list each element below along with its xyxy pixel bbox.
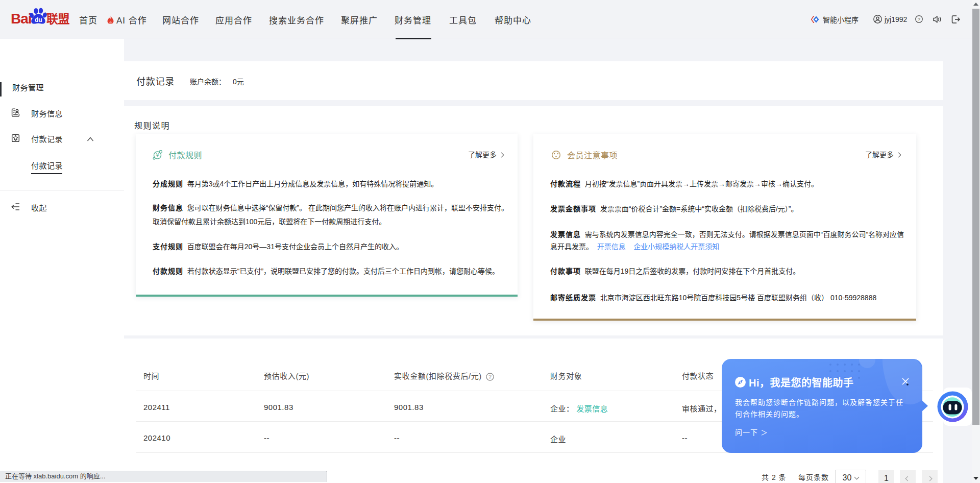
svg-text:du: du bbox=[35, 16, 42, 23]
svg-text:联盟: 联盟 bbox=[46, 12, 70, 26]
svg-text:¥: ¥ bbox=[155, 152, 159, 158]
svg-text:?: ? bbox=[918, 16, 920, 22]
svg-text:?: ? bbox=[488, 374, 492, 380]
svg-text:Bai: Bai bbox=[11, 11, 32, 27]
